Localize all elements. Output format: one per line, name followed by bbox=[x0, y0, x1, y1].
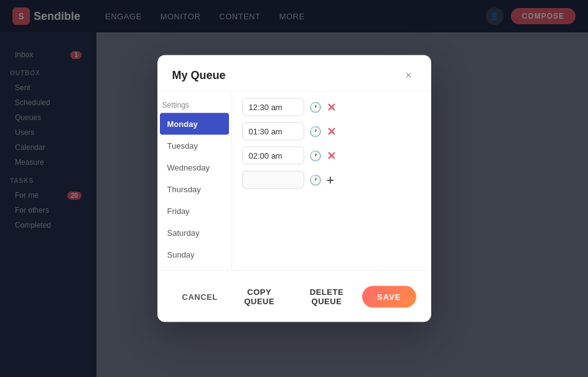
clock-icon-new[interactable]: 🕐 bbox=[309, 174, 322, 186]
day-tuesday[interactable]: Tuesday bbox=[157, 135, 231, 157]
clock-icon-2[interactable]: 🕐 bbox=[309, 126, 322, 137]
day-sunday[interactable]: Sunday bbox=[157, 244, 231, 266]
clock-icon-1[interactable]: 🕐 bbox=[309, 101, 322, 113]
delete-queue-button[interactable]: DELETE QUEUE bbox=[291, 281, 362, 312]
time-input-new[interactable] bbox=[242, 171, 304, 189]
delete-icon-2[interactable]: ✕ bbox=[327, 124, 336, 138]
time-row-1: 🕐 ✕ bbox=[242, 98, 421, 116]
time-row-2: 🕐 ✕ bbox=[242, 123, 421, 141]
time-row-add: 🕐 + bbox=[242, 171, 421, 189]
time-row-3: 🕐 ✕ bbox=[242, 147, 421, 165]
modal-title: My Queue bbox=[172, 68, 226, 81]
my-queue-modal: My Queue × Settings Monday Tuesday Wedne… bbox=[157, 55, 431, 322]
add-time-icon[interactable]: + bbox=[327, 173, 335, 187]
save-button[interactable]: SAVE bbox=[362, 286, 416, 307]
settings-label: Settings bbox=[157, 97, 231, 113]
modal-header: My Queue × bbox=[157, 55, 431, 92]
times-area: 🕐 ✕ 🕐 ✕ 🕐 ✕ 🕐 + bbox=[232, 92, 431, 271]
time-input-2[interactable] bbox=[242, 123, 304, 141]
delete-icon-3[interactable]: ✕ bbox=[327, 149, 336, 162]
days-list: Settings Monday Tuesday Wednesday Thursd… bbox=[157, 92, 232, 271]
day-monday[interactable]: Monday bbox=[160, 113, 229, 135]
copy-queue-button[interactable]: COPY QUEUE bbox=[228, 281, 291, 312]
time-input-3[interactable] bbox=[242, 147, 304, 165]
modal-footer: CANCEL COPY QUEUE DELETE QUEUE SAVE bbox=[157, 271, 431, 322]
time-input-1[interactable] bbox=[242, 98, 304, 116]
modal-close-button[interactable]: × bbox=[401, 68, 416, 83]
day-friday[interactable]: Friday bbox=[157, 200, 231, 222]
day-saturday[interactable]: Saturday bbox=[157, 222, 231, 244]
day-thursday[interactable]: Thursday bbox=[157, 179, 231, 200]
modal-body: Settings Monday Tuesday Wednesday Thursd… bbox=[157, 92, 431, 271]
day-wednesday[interactable]: Wednesday bbox=[157, 157, 231, 179]
delete-icon-1[interactable]: ✕ bbox=[327, 100, 336, 114]
cancel-button[interactable]: CANCEL bbox=[172, 286, 228, 307]
clock-icon-3[interactable]: 🕐 bbox=[309, 150, 322, 162]
